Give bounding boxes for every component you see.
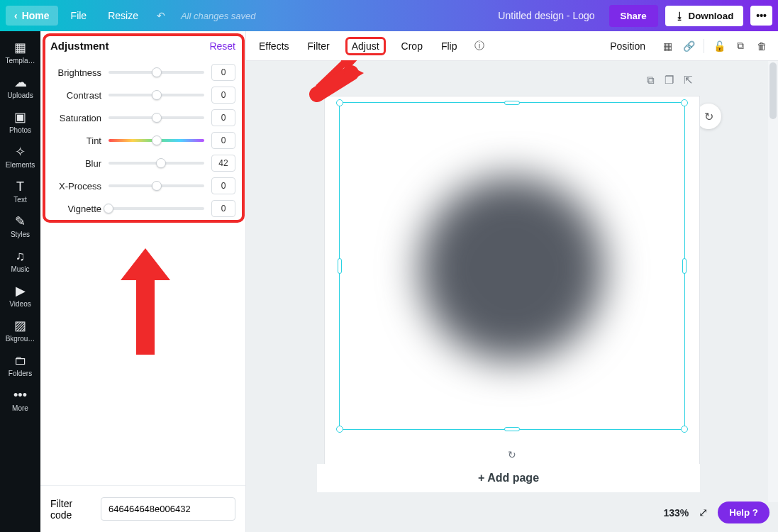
download-label: Download <box>689 11 734 21</box>
uploads-icon: ☁ <box>0 76 40 89</box>
position-button[interactable]: Position <box>607 38 648 55</box>
slider-row-vignette: Vignette0 <box>50 198 235 219</box>
slider-thumb[interactable] <box>152 135 162 145</box>
lock-icon[interactable]: 🔓 <box>713 40 726 52</box>
resize-handle-bl[interactable] <box>336 426 343 433</box>
slider-track-vignette[interactable] <box>109 207 204 210</box>
slider-track-saturation[interactable] <box>109 116 204 119</box>
download-button[interactable]: ⭳ Download <box>665 6 744 26</box>
sidebar-item-more[interactable]: •••More <box>0 383 40 418</box>
ctx-adjust-button[interactable]: Adjust <box>345 37 386 55</box>
resize-handle-tr[interactable] <box>681 99 688 106</box>
copy-page-icon[interactable]: ⧉ <box>647 74 655 87</box>
ctx-filter-button[interactable]: Filter <box>305 38 333 55</box>
sidebar-item-folders[interactable]: 🗀Folders <box>0 348 40 383</box>
slider-track-x-process[interactable] <box>109 184 204 187</box>
filter-code-row: Filter code <box>40 485 245 532</box>
slider-track-contrast[interactable] <box>109 94 204 96</box>
slider-thumb[interactable] <box>152 90 162 100</box>
slider-value-input[interactable]: 0 <box>211 177 235 194</box>
resize-handle-t[interactable] <box>504 101 520 105</box>
sidebar-item-videos[interactable]: ▶Videos <box>0 279 40 314</box>
slider-label: Contrast <box>50 90 109 101</box>
fullscreen-icon[interactable]: ⤢ <box>699 506 708 519</box>
share-button[interactable]: Share <box>609 5 658 27</box>
add-page-button[interactable]: + Add page <box>317 464 700 492</box>
slider-track-brightness[interactable] <box>109 71 204 74</box>
bkground-icon: ▨ <box>0 319 40 332</box>
sidebar-item-styles[interactable]: ✎Styles <box>0 209 40 244</box>
sidebar-item-label: Elements <box>0 161 40 169</box>
slider-track-blur[interactable] <box>109 162 204 165</box>
sidebar-item-templates[interactable]: ▦Templa… <box>0 35 40 70</box>
resize-handle-tl[interactable] <box>336 99 343 106</box>
slider-value-input[interactable]: 0 <box>211 87 235 104</box>
slider-row-x-process: X-Process0 <box>50 175 235 196</box>
refresh-fab[interactable]: ↻ <box>696 104 721 129</box>
export-page-icon[interactable]: ⇱ <box>684 74 693 87</box>
document-title[interactable]: Untitled design - Logo <box>498 10 594 21</box>
sidebar-item-text[interactable]: TText <box>0 174 40 209</box>
selection-box[interactable]: ↻ <box>339 102 685 430</box>
slider-thumb[interactable] <box>152 67 162 77</box>
sidebar-item-bkground[interactable]: ▨Bkgrou… <box>0 314 40 348</box>
canvas-page[interactable]: ↻ <box>325 96 699 471</box>
context-toolbar: EffectsFilterAdjustCropFlip ⓘ Position ▦… <box>246 31 778 61</box>
vertical-scrollbar[interactable] <box>768 61 778 502</box>
sidebar-item-label: Photos <box>0 126 40 134</box>
reset-button[interactable]: Reset <box>209 40 235 52</box>
slider-value-input[interactable]: 0 <box>211 132 235 149</box>
ctx-effects-button[interactable]: Effects <box>256 38 292 55</box>
ctx-flip-button[interactable]: Flip <box>438 38 460 55</box>
top-header: ‹ Home File Resize ↶ All changes saved U… <box>0 0 778 31</box>
undo-button[interactable]: ↶ <box>151 6 171 26</box>
slider-thumb[interactable] <box>152 181 162 191</box>
resize-handle-br[interactable] <box>681 426 688 433</box>
canvas-workspace[interactable]: ⧉ ❐ ⇱ ↻ ↻ + Add page 133% ⤢ Help ? <box>246 61 778 532</box>
sidebar-item-music[interactable]: ♫Music <box>0 244 40 279</box>
download-icon: ⭳ <box>675 11 684 21</box>
slider-value-input[interactable]: 0 <box>211 200 235 217</box>
styles-icon: ✎ <box>0 215 40 228</box>
sidebar-item-elements[interactable]: ✧Elements <box>0 140 40 174</box>
sidebar-item-uploads[interactable]: ☁Uploads <box>0 70 40 105</box>
link-icon[interactable]: 🔗 <box>682 40 695 52</box>
help-button[interactable]: Help ? <box>718 501 769 523</box>
slider-value-input[interactable]: 0 <box>211 64 235 81</box>
videos-icon: ▶ <box>0 284 40 297</box>
info-icon[interactable]: ⓘ <box>473 40 486 52</box>
trash-icon[interactable]: 🗑 <box>755 40 768 52</box>
slider-label: Brightness <box>50 67 109 78</box>
more-menu-button[interactable]: ••• <box>750 6 772 26</box>
slider-track-tint[interactable] <box>109 139 204 142</box>
resize-handle-r[interactable] <box>682 258 687 274</box>
sidebar-item-label: Text <box>0 196 40 204</box>
filter-code-input[interactable] <box>101 497 235 521</box>
slider-value-input[interactable]: 42 <box>211 155 235 172</box>
slider-thumb[interactable] <box>152 113 162 123</box>
sidebar-item-label: Styles <box>0 231 40 238</box>
slider-row-blur: Blur42 <box>50 153 235 174</box>
duplicate-icon[interactable]: ⧉ <box>734 40 747 52</box>
page-tools: ⧉ ❐ ⇱ <box>647 74 693 87</box>
home-button[interactable]: ‹ Home <box>6 6 58 26</box>
slider-thumb[interactable] <box>156 158 166 168</box>
slider-row-contrast: Contrast0 <box>50 84 235 106</box>
slider-thumb[interactable] <box>104 204 113 214</box>
ctx-crop-button[interactable]: Crop <box>399 38 426 55</box>
home-label: Home <box>22 10 50 21</box>
slider-value-input[interactable]: 0 <box>211 109 235 126</box>
sidebar-item-photos[interactable]: ▣Photos <box>0 105 40 140</box>
duplicate-page-icon[interactable]: ❐ <box>665 74 674 87</box>
sidebar-item-label: Music <box>0 265 40 273</box>
slider-label: Saturation <box>50 113 109 123</box>
transparency-icon[interactable]: ▦ <box>661 40 674 52</box>
music-icon: ♫ <box>0 250 40 262</box>
resize-menu[interactable]: Resize <box>99 6 147 26</box>
rotate-icon[interactable]: ↻ <box>508 449 516 460</box>
folders-icon: 🗀 <box>0 354 40 367</box>
file-menu[interactable]: File <box>62 6 96 26</box>
zoom-level[interactable]: 133% <box>663 507 689 519</box>
resize-handle-b[interactable] <box>504 427 520 431</box>
resize-handle-l[interactable] <box>338 258 342 274</box>
